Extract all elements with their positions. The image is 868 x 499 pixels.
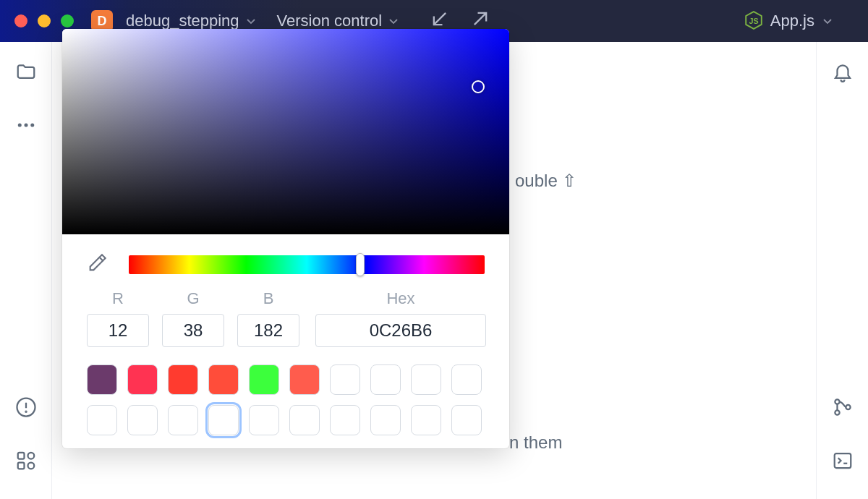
file-selector[interactable]: JS App.js bbox=[744, 12, 833, 30]
svg-point-13 bbox=[846, 405, 850, 409]
file-name: App.js bbox=[770, 12, 814, 30]
g-input[interactable] bbox=[162, 314, 224, 347]
svg-point-1 bbox=[17, 124, 21, 127]
window-close-button[interactable] bbox=[14, 14, 27, 27]
color-swatch[interactable] bbox=[289, 405, 320, 435]
vcs-selector[interactable]: Version control bbox=[277, 12, 400, 30]
vcs-button[interactable] bbox=[832, 396, 854, 421]
swatch-grid bbox=[62, 351, 509, 435]
svg-point-8 bbox=[27, 453, 34, 459]
svg-point-6 bbox=[25, 411, 26, 412]
project-name: debug_stepping bbox=[126, 12, 239, 30]
window-maximize-button[interactable] bbox=[61, 14, 74, 27]
r-input[interactable] bbox=[87, 314, 149, 347]
right-tool-stripe bbox=[816, 42, 868, 499]
color-swatch[interactable] bbox=[87, 364, 117, 395]
svg-point-12 bbox=[835, 410, 839, 414]
svg-point-3 bbox=[30, 124, 34, 127]
notifications-button[interactable] bbox=[832, 61, 854, 85]
b-input[interactable] bbox=[237, 314, 299, 347]
svg-rect-7 bbox=[17, 453, 24, 459]
chevron-down-icon bbox=[822, 15, 833, 27]
hue-handle[interactable] bbox=[356, 253, 365, 276]
color-swatch[interactable] bbox=[411, 405, 441, 435]
b-label: B bbox=[263, 289, 274, 308]
svg-text:JS: JS bbox=[749, 17, 758, 25]
svg-rect-14 bbox=[834, 453, 851, 468]
color-swatch[interactable] bbox=[370, 364, 401, 395]
color-swatch[interactable] bbox=[330, 405, 360, 435]
color-swatch[interactable] bbox=[208, 364, 239, 395]
chevron-down-icon bbox=[245, 15, 257, 27]
color-swatch[interactable] bbox=[127, 364, 158, 395]
nodejs-icon: JS bbox=[744, 12, 763, 30]
svg-point-11 bbox=[835, 399, 839, 404]
color-swatch[interactable] bbox=[168, 364, 198, 395]
color-swatch[interactable] bbox=[451, 405, 482, 435]
hex-input[interactable] bbox=[315, 314, 486, 347]
color-swatch[interactable] bbox=[208, 405, 239, 435]
color-swatch[interactable] bbox=[87, 405, 117, 435]
window-minimize-button[interactable] bbox=[38, 14, 51, 27]
problems-button[interactable] bbox=[15, 396, 37, 421]
vcs-label: Version control bbox=[277, 12, 383, 30]
hex-label: Hex bbox=[386, 289, 414, 308]
color-swatch[interactable] bbox=[330, 364, 360, 395]
window-controls bbox=[14, 14, 74, 27]
search-hint-text: ouble ⇧ bbox=[515, 171, 576, 191]
color-inputs-row: R G B Hex bbox=[62, 289, 509, 351]
project-pane-button[interactable] bbox=[15, 61, 37, 85]
svg-rect-9 bbox=[17, 463, 24, 469]
chevron-down-icon bbox=[388, 15, 399, 27]
color-swatch[interactable] bbox=[249, 405, 279, 435]
eyedropper-button[interactable] bbox=[87, 253, 107, 276]
structure-button[interactable] bbox=[15, 450, 37, 474]
drop-hint-text: n them bbox=[509, 432, 562, 453]
color-swatch[interactable] bbox=[411, 364, 441, 395]
color-swatch[interactable] bbox=[289, 364, 320, 395]
hue-slider[interactable] bbox=[129, 255, 485, 274]
r-label: R bbox=[112, 289, 124, 308]
color-swatch[interactable] bbox=[370, 405, 401, 435]
color-picker-popup: R G B Hex bbox=[62, 29, 509, 448]
saturation-value-field[interactable] bbox=[62, 29, 509, 234]
left-tool-stripe bbox=[0, 42, 52, 499]
color-swatch[interactable] bbox=[168, 405, 198, 435]
color-swatch[interactable] bbox=[249, 364, 279, 395]
terminal-button[interactable] bbox=[832, 450, 854, 474]
color-swatch[interactable] bbox=[451, 364, 482, 395]
svg-point-10 bbox=[27, 463, 34, 469]
svg-point-2 bbox=[24, 124, 27, 127]
g-label: G bbox=[187, 289, 199, 308]
sv-handle[interactable] bbox=[472, 80, 485, 93]
more-button[interactable] bbox=[15, 114, 37, 139]
color-swatch[interactable] bbox=[127, 405, 158, 435]
